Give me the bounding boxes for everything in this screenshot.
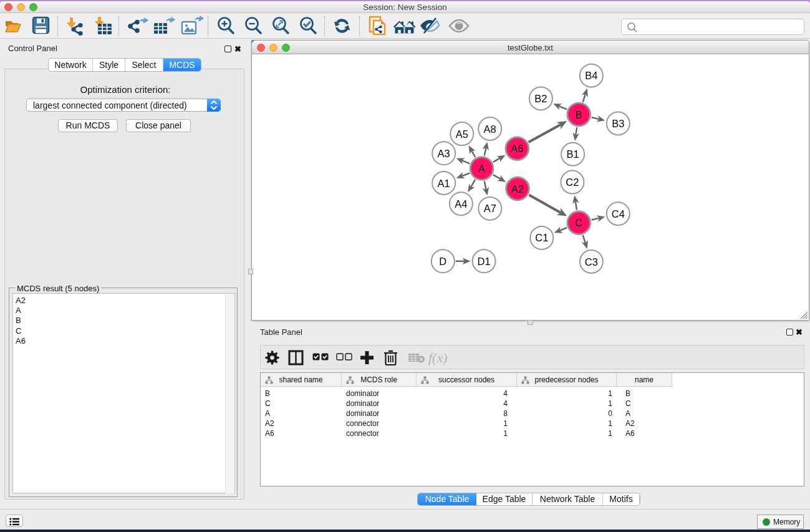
svg-text:A7: A7 <box>484 203 496 214</box>
svg-text:A4: A4 <box>455 198 467 210</box>
svg-text:D1: D1 <box>478 256 491 267</box>
svg-text:A1: A1 <box>438 178 450 189</box>
svg-text:A: A <box>478 163 485 174</box>
svg-text:D: D <box>439 256 446 267</box>
svg-text:B4: B4 <box>585 70 597 81</box>
svg-text:C2: C2 <box>566 177 579 188</box>
svg-text:C4: C4 <box>612 208 625 220</box>
svg-text:A5: A5 <box>456 128 468 140</box>
svg-text:B: B <box>576 109 582 120</box>
svg-text:C1: C1 <box>535 232 548 243</box>
svg-text:C: C <box>575 217 582 228</box>
svg-text:A3: A3 <box>438 148 450 159</box>
svg-text:B3: B3 <box>612 118 624 129</box>
svg-text:A8: A8 <box>484 123 496 135</box>
svg-text:B1: B1 <box>567 148 579 160</box>
svg-text:B2: B2 <box>534 93 547 104</box>
svg-text:C3: C3 <box>585 256 598 268</box>
svg-text:A6: A6 <box>511 143 523 154</box>
svg-text:A2: A2 <box>511 183 524 195</box>
